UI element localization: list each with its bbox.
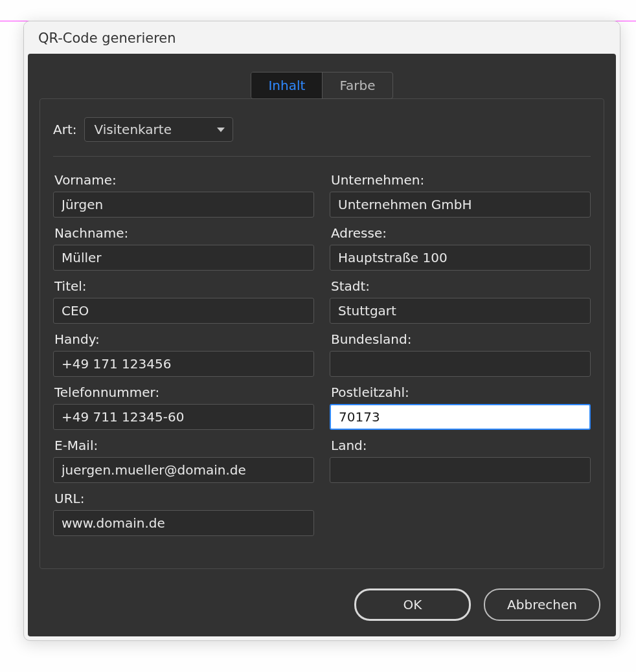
type-select-value: Visitenkarte <box>94 122 171 137</box>
phone-input[interactable] <box>53 404 314 430</box>
city-input[interactable] <box>330 298 591 324</box>
country-input[interactable] <box>330 457 591 483</box>
url-label: URL: <box>53 491 314 506</box>
zip-input[interactable] <box>330 404 591 430</box>
title-input[interactable] <box>53 298 314 324</box>
field-title: Titel: <box>53 278 314 324</box>
lastname-label: Nachname: <box>53 225 314 241</box>
ok-button[interactable]: OK <box>354 588 471 621</box>
form-panel: Art: Visitenkarte Vorname: Nachname: <box>40 98 604 569</box>
field-city: Stadt: <box>330 278 591 324</box>
mobile-label: Handy: <box>53 331 314 347</box>
lastname-input[interactable] <box>53 245 314 271</box>
mobile-input[interactable] <box>53 351 314 377</box>
tab-container: Inhalt Farbe <box>251 72 392 99</box>
country-label: Land: <box>330 438 591 453</box>
zip-label: Postleitzahl: <box>330 385 591 400</box>
state-input[interactable] <box>330 351 591 377</box>
field-email: E-Mail: <box>53 438 314 483</box>
field-company: Unternehmen: <box>330 172 591 218</box>
field-address: Adresse: <box>330 225 591 271</box>
address-label: Adresse: <box>330 225 591 241</box>
dialog-body: Inhalt Farbe Art: Visitenkarte Vorname: <box>28 54 616 636</box>
tab-content[interactable]: Inhalt <box>251 73 322 98</box>
email-input[interactable] <box>53 457 314 483</box>
tab-color[interactable]: Farbe <box>322 73 392 98</box>
company-input[interactable] <box>330 192 591 218</box>
address-input[interactable] <box>330 245 591 271</box>
firstname-label: Vorname: <box>53 172 314 188</box>
dialog-button-row: OK Abbrechen <box>40 588 604 621</box>
form-columns: Vorname: Nachname: Titel: Handy: <box>53 172 591 536</box>
state-label: Bundesland: <box>330 331 591 347</box>
cancel-button[interactable]: Abbrechen <box>484 588 600 621</box>
url-input[interactable] <box>53 510 314 536</box>
type-label: Art: <box>53 122 76 137</box>
qr-code-dialog: QR-Code generieren Inhalt Farbe Art: Vis… <box>23 21 620 641</box>
field-firstname: Vorname: <box>53 172 314 218</box>
dialog-title: QR-Code generieren <box>24 21 620 54</box>
field-state: Bundesland: <box>330 331 591 377</box>
field-phone: Telefonnummer: <box>53 385 314 430</box>
type-select[interactable]: Visitenkarte <box>84 117 233 142</box>
form-column-left: Vorname: Nachname: Titel: Handy: <box>53 172 314 536</box>
title-label: Titel: <box>53 278 314 294</box>
field-lastname: Nachname: <box>53 225 314 271</box>
tabs-row: Inhalt Farbe <box>40 72 604 99</box>
phone-label: Telefonnummer: <box>53 385 314 400</box>
form-column-right: Unternehmen: Adresse: Stadt: Bundesland: <box>330 172 591 536</box>
firstname-input[interactable] <box>53 192 314 218</box>
company-label: Unternehmen: <box>330 172 591 188</box>
city-label: Stadt: <box>330 278 591 294</box>
email-label: E-Mail: <box>53 438 314 453</box>
field-url: URL: <box>53 491 314 536</box>
field-country: Land: <box>330 438 591 483</box>
type-row: Art: Visitenkarte <box>53 117 591 157</box>
field-zip: Postleitzahl: <box>330 385 591 430</box>
chevron-down-icon <box>217 128 225 132</box>
field-mobile: Handy: <box>53 331 314 377</box>
